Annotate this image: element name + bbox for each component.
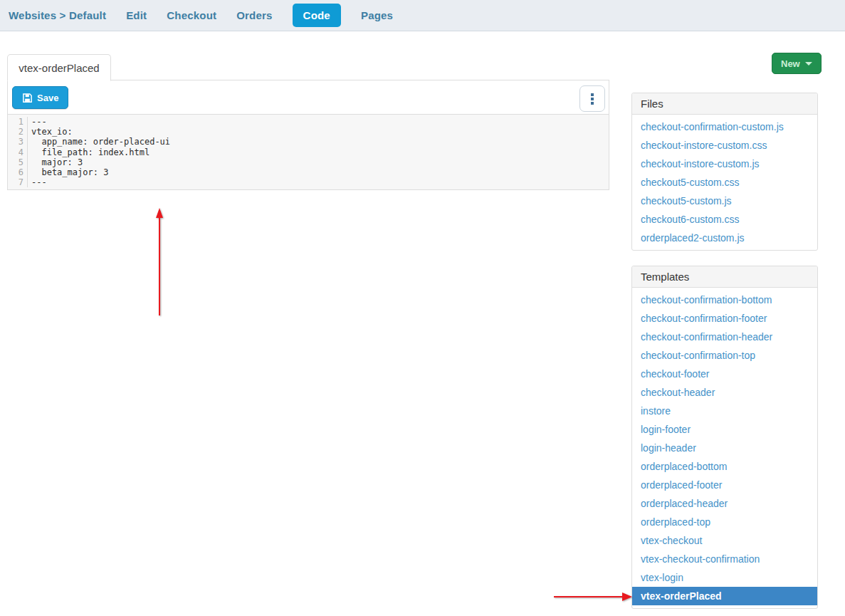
file-link[interactable]: checkout-instore-custom.js [632,155,817,173]
files-panel-title: Files [632,93,817,115]
code-line: 2vtex_io: [8,127,609,137]
code-line-text: --- [28,177,47,187]
nav-tab-pages[interactable]: Pages [361,4,393,27]
save-icon [22,93,33,103]
nav-tab-code[interactable]: Code [293,4,341,27]
code-line: 6 beta_major: 3 [8,167,609,177]
editor-toolbar: Save [8,80,609,114]
top-navigation-bar: Websites > Default EditCheckoutOrdersCod… [0,0,845,31]
templates-panel: Templates checkout-confirmation-bottomch… [631,266,818,609]
template-link[interactable]: checkout-confirmation-top [632,346,817,365]
template-link[interactable]: login-footer [632,420,817,439]
code-line-text: beta_major: 3 [28,167,108,177]
new-button[interactable]: New [772,53,822,74]
line-number: 7 [8,177,28,187]
template-link[interactable]: checkout-confirmation-header [632,328,817,346]
file-link[interactable]: checkout-confirmation-custom.js [632,118,817,136]
code-line-text: file_path: index.html [28,147,149,157]
code-line: 1--- [8,117,609,127]
template-link[interactable]: checkout-confirmation-bottom [632,291,817,309]
line-number: 2 [8,127,28,137]
code-line-text: vtex_io: [28,127,73,137]
code-line: 4 file_path: index.html [8,147,609,157]
nav-tabs: EditCheckoutOrdersCodePages [126,4,393,27]
template-link[interactable]: vtex-checkout-confirmation [632,550,817,568]
file-link[interactable]: checkout6-custom.css [632,210,817,229]
template-link[interactable]: checkout-confirmation-footer [632,309,817,328]
code-line-text: --- [28,117,47,127]
chevron-down-icon [805,62,812,66]
template-link[interactable]: checkout-footer [632,365,817,383]
nav-tab-orders[interactable]: Orders [236,4,272,27]
template-link[interactable]: instore [632,402,817,420]
code-editor-panel: Save 1---2vtex_io:3 app_name: order-plac… [7,80,609,190]
kebab-menu-icon [591,93,594,105]
line-number: 3 [8,137,28,147]
save-button-label: Save [37,93,58,103]
line-number: 4 [8,147,28,157]
annotation-arrow-right [552,590,634,607]
template-link[interactable]: vtex-checkout [632,531,817,550]
template-link[interactable]: orderplaced-header [632,494,817,513]
line-number: 6 [8,167,28,177]
template-link[interactable]: orderplaced-footer [632,476,817,494]
file-link[interactable]: checkout5-custom.js [632,192,817,210]
templates-list: checkout-confirmation-bottomcheckout-con… [632,288,817,608]
editor-options-button[interactable] [579,85,605,112]
code-line-text: app_name: order-placed-ui [28,137,170,147]
templates-panel-title: Templates [632,266,817,288]
template-link[interactable]: checkout-header [632,383,817,402]
template-link[interactable]: login-header [632,439,817,457]
files-panel: Files checkout-confirmation-custom.jsche… [631,93,818,251]
template-link[interactable]: orderplaced-bottom [632,457,817,476]
template-link[interactable]: orderplaced-top [632,513,817,531]
breadcrumb[interactable]: Websites > Default [9,9,106,21]
code-line: 7--- [8,177,609,187]
code-line-text: major: 3 [28,157,83,167]
code-line: 3 app_name: order-placed-ui [8,137,609,147]
template-link-selected[interactable]: vtex-orderPlaced [632,587,817,605]
code-editor[interactable]: 1---2vtex_io:3 app_name: order-placed-ui… [8,114,609,189]
code-line: 5 major: 3 [8,157,609,167]
nav-tab-edit[interactable]: Edit [126,4,147,27]
template-link[interactable]: vtex-login [632,568,817,587]
save-button[interactable]: Save [12,86,68,109]
line-number: 1 [8,117,28,127]
editor-file-tab-label: vtex-orderPlaced [19,62,99,74]
editor-file-tab[interactable]: vtex-orderPlaced [7,54,111,81]
line-number: 5 [8,157,28,167]
annotation-arrow-up [152,207,168,322]
file-link[interactable]: orderplaced2-custom.js [632,229,817,247]
nav-tab-checkout[interactable]: Checkout [167,4,216,27]
file-link[interactable]: checkout5-custom.css [632,173,817,192]
new-button-label: New [781,58,800,69]
files-list: checkout-confirmation-custom.jscheckout-… [632,115,817,250]
file-link[interactable]: checkout-instore-custom.css [632,136,817,155]
